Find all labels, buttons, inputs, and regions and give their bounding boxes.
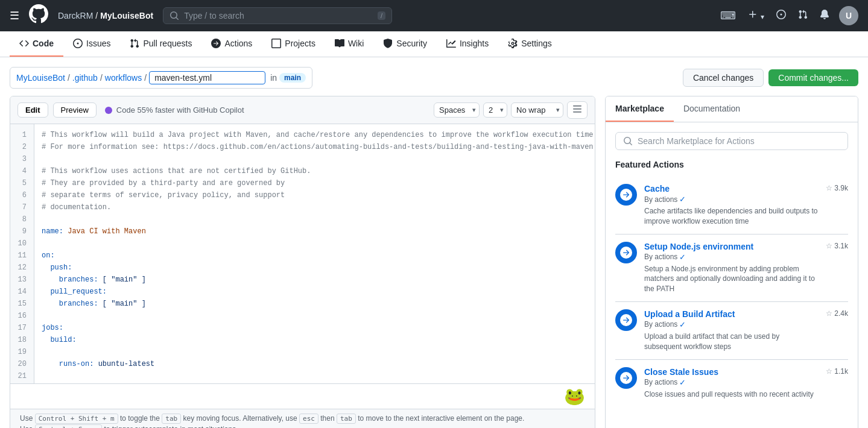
nav-item-issues[interactable]: Issues bbox=[63, 31, 120, 57]
action-icon-cache bbox=[615, 184, 637, 206]
kbd-control-space: Control + Space bbox=[35, 424, 102, 428]
repo-owner-link[interactable]: DarckRM bbox=[58, 11, 93, 20]
breadcrumb-repo-link[interactable]: MyLouiseBot bbox=[16, 73, 65, 83]
action-name-cache[interactable]: Cache bbox=[644, 184, 819, 194]
verified-icon: ✓ bbox=[679, 320, 686, 329]
breadcrumb-sep2: / bbox=[100, 73, 103, 83]
action-info-cache: Cache By actions ✓ Cache artifacts like … bbox=[644, 184, 819, 227]
repo-title: DarckRM / MyLouiseBot bbox=[58, 11, 153, 20]
action-item-close-stale[interactable]: Close Stale Issues By actions ✓ Close is… bbox=[615, 360, 848, 407]
action-name-link-setup-node[interactable]: Setup Node.js environment bbox=[644, 242, 753, 251]
wrap-select[interactable]: No wrap Soft wrap bbox=[511, 102, 563, 118]
security-nav-icon bbox=[383, 39, 393, 48]
action-by-upload-artifact: By actions ✓ bbox=[644, 320, 819, 329]
copilot-label: Code 55% faster with GitHub Copilot bbox=[104, 105, 244, 115]
mp-search[interactable] bbox=[615, 132, 848, 150]
action-stars-upload-artifact: ☆ 2.4k bbox=[826, 309, 848, 318]
notifications-icon[interactable] bbox=[817, 7, 832, 25]
branch-badge: in main bbox=[270, 73, 306, 83]
issue-icon bbox=[73, 39, 83, 48]
search-input[interactable] bbox=[184, 11, 373, 20]
kbd-esc: esc bbox=[299, 414, 318, 424]
featured-actions-title: Featured Actions bbox=[615, 160, 848, 169]
nav-security-label: Security bbox=[396, 39, 427, 48]
spaces-select-wrapper: Spaces bbox=[434, 102, 480, 118]
preview-tab-button[interactable]: Preview bbox=[53, 102, 97, 118]
svg-point-0 bbox=[105, 107, 112, 114]
nav-item-pullrequests[interactable]: Pull requests bbox=[120, 31, 201, 57]
action-name-setup-node[interactable]: Setup Node.js environment bbox=[644, 242, 819, 251]
editor-area: Edit Preview Code 55% faster with GitHub… bbox=[10, 96, 858, 428]
play-icon bbox=[620, 314, 632, 326]
nav-item-wiki[interactable]: Wiki bbox=[325, 31, 373, 57]
terminal-icon[interactable]: ⌨ bbox=[718, 7, 738, 25]
filename-input[interactable] bbox=[149, 71, 265, 84]
marketplace-tab[interactable]: Marketplace bbox=[606, 96, 674, 122]
star-icon-upload-artifact: ☆ bbox=[826, 309, 832, 318]
pr-nav-icon bbox=[130, 39, 139, 48]
verified-icon: ✓ bbox=[679, 253, 686, 262]
action-name-link-cache[interactable]: Cache bbox=[644, 184, 670, 194]
mp-search-input[interactable] bbox=[638, 136, 840, 146]
grid-icon-button[interactable] bbox=[567, 101, 588, 119]
footer-line1: Use Control + Shift + m to toggle the ta… bbox=[20, 414, 585, 423]
code-content[interactable]: 123456789101112131415161718192021 # This… bbox=[10, 124, 595, 383]
repo-sep: / bbox=[95, 11, 98, 20]
action-name-link-upload-artifact[interactable]: Upload a Build Artifact bbox=[644, 309, 735, 319]
repo-name-link[interactable]: MyLouiseBot bbox=[100, 11, 153, 20]
play-icon bbox=[620, 372, 632, 384]
repo-nav: Code Issues Pull requests Actions Projec… bbox=[0, 31, 868, 57]
action-desc-upload-artifact: Upload a build artifact that can be used… bbox=[644, 332, 819, 352]
select-group: Spaces 2 4 8 No wrap Soft wrap bbox=[434, 101, 588, 119]
breadcrumb-workflows-link[interactable]: workflows bbox=[105, 73, 142, 83]
nav-item-projects[interactable]: Projects bbox=[262, 31, 325, 57]
issues-icon[interactable] bbox=[774, 7, 788, 25]
hamburger-icon[interactable]: ☰ bbox=[10, 9, 19, 22]
action-item-setup-node[interactable]: Setup Node.js environment By actions ✓ S… bbox=[615, 234, 848, 302]
nav-item-settings[interactable]: Settings bbox=[498, 31, 562, 57]
settings-nav-icon bbox=[508, 39, 518, 48]
star-count-cache: 3.9k bbox=[834, 184, 848, 192]
action-desc-setup-node: Setup a Node.js environment by adding pr… bbox=[644, 264, 819, 294]
play-icon bbox=[620, 247, 632, 259]
github-logo bbox=[29, 4, 48, 27]
nav-item-insights[interactable]: Insights bbox=[437, 31, 498, 57]
action-item-cache[interactable]: Cache By actions ✓ Cache artifacts like … bbox=[615, 177, 848, 234]
spaces-select[interactable]: Spaces bbox=[434, 102, 480, 118]
code-lines[interactable]: # This workflow will build a Java projec… bbox=[34, 124, 595, 383]
star-icon-cache: ☆ bbox=[826, 184, 832, 192]
mp-search-icon bbox=[623, 136, 633, 146]
indent-select[interactable]: 2 4 8 bbox=[483, 102, 507, 118]
add-icon[interactable]: ▾ bbox=[746, 7, 767, 25]
marketplace-panel: Marketplace Documentation Featured Actio… bbox=[605, 96, 858, 428]
edit-tab-button[interactable]: Edit bbox=[17, 102, 48, 118]
branch-name: main bbox=[279, 73, 306, 83]
search-icon bbox=[169, 11, 179, 20]
action-desc-cache: Cache artifacts like dependencies and bu… bbox=[644, 206, 819, 227]
top-nav-actions: ⌨ ▾ U bbox=[718, 6, 858, 25]
editor-wrapper: MyLouiseBot / .github / workflows / in m… bbox=[0, 57, 868, 428]
code-icon bbox=[19, 39, 29, 48]
verified-icon: ✓ bbox=[679, 195, 686, 204]
action-name-close-stale[interactable]: Close Stale Issues bbox=[644, 367, 819, 377]
nav-item-code[interactable]: Code bbox=[10, 31, 63, 57]
verified-icon: ✓ bbox=[679, 378, 686, 387]
nav-item-security[interactable]: Security bbox=[373, 31, 437, 57]
action-item-upload-artifact[interactable]: Upload a Build Artifact By actions ✓ Upl… bbox=[615, 302, 848, 360]
pr-icon[interactable] bbox=[796, 7, 810, 25]
mp-body: Featured Actions Cache By actions ✓ Cach… bbox=[606, 122, 858, 428]
actions-list: Cache By actions ✓ Cache artifacts like … bbox=[615, 177, 848, 406]
cancel-changes-button[interactable]: Cancel changes bbox=[683, 69, 764, 87]
star-icon-setup-node: ☆ bbox=[826, 242, 832, 250]
commit-changes-button[interactable]: Commit changes... bbox=[768, 69, 858, 86]
breadcrumb-github-link[interactable]: .github bbox=[72, 73, 98, 83]
avatar[interactable]: U bbox=[839, 6, 858, 25]
nav-item-actions[interactable]: Actions bbox=[201, 31, 262, 57]
search-bar[interactable]: / bbox=[163, 7, 392, 24]
action-icon-setup-node bbox=[615, 242, 637, 263]
action-name-upload-artifact[interactable]: Upload a Build Artifact bbox=[644, 309, 819, 319]
action-name-link-close-stale[interactable]: Close Stale Issues bbox=[644, 367, 718, 377]
insights-nav-icon bbox=[446, 39, 456, 48]
documentation-tab[interactable]: Documentation bbox=[674, 96, 750, 122]
breadcrumb-sep1: / bbox=[68, 73, 70, 83]
